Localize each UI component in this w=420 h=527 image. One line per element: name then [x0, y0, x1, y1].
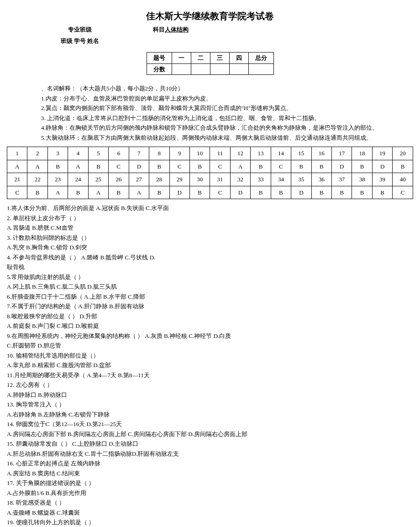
q12a: A.肺静脉口 B.肺动脉口: [7, 390, 413, 400]
cell: 31: [210, 173, 230, 186]
cell: 5: [88, 147, 108, 160]
cell: B: [311, 160, 331, 173]
cell: 25: [88, 173, 108, 186]
cell: C: [210, 186, 230, 199]
cell: B: [251, 186, 271, 199]
def-4: 4.静脉角：在胸锁关节的后方同侧的颈内静脉和锁骨下静脉汇合成头臂静脉，汇合处的夹…: [41, 123, 404, 132]
cell: B: [372, 186, 392, 199]
q18a: A.壶腹嵴 B.螺旋器 C.球囊斑: [7, 508, 413, 517]
cell: 20: [393, 147, 413, 160]
cell: B: [27, 186, 47, 199]
cell: 30: [189, 173, 210, 186]
cell: 9: [169, 147, 189, 160]
cell: [248, 63, 273, 75]
cell: B: [251, 160, 271, 173]
cell: 23: [47, 173, 68, 186]
q16: 16. 心脏正常的起搏点是 左颈内静脉: [7, 459, 413, 468]
cell: C: [169, 160, 189, 173]
document-title: 佳木斯大学继续教育学院考试卷: [7, 9, 413, 23]
cell: 8: [149, 147, 169, 160]
cell: 18: [352, 147, 372, 160]
cell: A: [230, 160, 250, 173]
cell: 17: [332, 147, 352, 160]
cell: D: [332, 160, 352, 173]
cell: 3: [47, 147, 68, 160]
q10a: A.睾丸部 B.精索部 C.腹股沟管部 D.盆部: [7, 361, 413, 370]
cell: D: [169, 186, 189, 199]
cell: B: [47, 160, 68, 173]
cell: 总分: [248, 53, 273, 64]
score-table: 题号 一 二 三 四 总分 分数: [147, 52, 274, 75]
cell: 16: [311, 147, 331, 160]
subject-value: 人体结构: [165, 26, 189, 33]
def-1: 1.内皮：分布于心、血管及淋巴管腔面的单层扁平上皮称为内皮。: [41, 94, 404, 103]
cell: B: [352, 186, 372, 199]
cell: 28: [149, 173, 169, 186]
cell: 36: [311, 173, 331, 186]
cell: B: [352, 160, 372, 173]
cell: 32: [230, 173, 250, 186]
q12: 12. 左心房有（ ）: [7, 380, 413, 390]
cell: C: [210, 160, 230, 173]
q5a: A.冈上肌 B.三角肌 C.肱二头肌 D.肱三头肌: [7, 282, 413, 291]
cell: 12: [230, 147, 250, 160]
cell: 26: [109, 173, 129, 186]
cell: 三: [210, 53, 229, 64]
cell: 34: [271, 173, 291, 186]
def-intro: 、名词解释：（本大题共5小题，每小题2分，共10分）: [41, 84, 404, 93]
cell: C: [7, 186, 27, 199]
def-2: 2.翼点：颞窝内侧面的前下部有额骨、顶骨、颞骨和蝶骨大翼四骨汇合而成的"H"形缝…: [41, 104, 404, 113]
subject-label: 科目: [153, 26, 165, 33]
q9b: C.肝圆韧带 D.胆总管: [7, 341, 413, 350]
cell: 14: [271, 147, 291, 160]
major-label: 专业班级: [7, 25, 153, 34]
q3a: A.乳突 B.胸骨角 C.锁骨 D.剑突: [7, 243, 413, 252]
class-line: 班级 学号 姓名: [7, 37, 153, 46]
cell: A: [68, 160, 88, 173]
q2a: A.胃肠道 B.膀胱 C.M血管: [7, 223, 413, 232]
q2: 2. 单层柱状上皮分布于（ ）: [7, 214, 413, 223]
cell: B: [88, 160, 108, 173]
def-5: 5.大脑动脉环：在脑底下方由两侧大脑前动脉起始段、两侧颈内动脉末端、两侧大脑后动…: [41, 133, 404, 142]
q1: 1.将人体分为前、后两部分的面是 A.冠状面 B.失状面 C.水平面: [7, 204, 413, 213]
q17a: A.占外膜前1/6 B.具有折光作用: [7, 489, 413, 498]
q13a: A.右静脉角 B.左静脉角 C.右锁骨下静脉: [7, 410, 413, 419]
cell: B: [149, 186, 169, 199]
cell: [191, 63, 210, 75]
q7: 7.不属于肝门的结构的是（ A.肝门静脉 B.肝固有动脉: [7, 302, 413, 311]
answer-row-3: 2122232425262728293031323334353637383940: [7, 173, 413, 186]
subject-line: 科目人体结构: [153, 25, 189, 34]
q15: 15. 胆囊动脉常发自（ ） C.上腔静脉口 D.主动脉口: [7, 439, 413, 448]
q8a: A.前庭裂 B.声门裂 C.喉口 D.喉前庭: [7, 321, 413, 331]
q5: 5.常用做肌肉注射的肌是（ ）: [7, 273, 413, 282]
cell: [210, 63, 229, 75]
q6: 6.肝胰壶腹开口于十二指肠（ A.上部 B.水平部 C.降部: [7, 292, 413, 301]
cell: 7: [129, 147, 149, 160]
cell: 13: [251, 147, 271, 160]
cell: A: [47, 186, 68, 199]
cell: 4: [68, 147, 88, 160]
q18: 18. 听觉感受器是（ ）: [7, 498, 413, 507]
q10: 10. 输精管结扎常选用的部位是（）: [7, 351, 413, 360]
cell: 二: [191, 53, 210, 64]
q14a: A.房间隔左心房面下部 B.房间隔左心房面上部 C.房间隔右心房面下部 D.房间…: [7, 430, 413, 439]
q14: 14. 卵圆窝位于C（第12—16天 D.第21—25天: [7, 420, 413, 429]
score-value-row: 分数: [147, 63, 273, 75]
cell: 10: [189, 147, 210, 160]
cell: 一: [172, 53, 191, 64]
q3: 3. 计数肋和肋间隙的标志是（）: [7, 233, 413, 242]
cell: 1: [7, 147, 27, 160]
definitions-section: 、名词解释：（本大题共5小题，每小题2分，共10分） 1.内皮：分布于心、血管及…: [41, 84, 404, 142]
cell: C: [271, 160, 291, 173]
cell: B: [149, 160, 169, 173]
cell: B: [311, 186, 331, 199]
cell: 11: [210, 147, 230, 160]
answer-row-1: 1234567891011121314151617181920: [7, 147, 413, 160]
cell: D: [372, 160, 392, 173]
cell: B: [393, 160, 413, 173]
cell: 19: [372, 147, 392, 160]
header-row-1: 专业班级 科目人体结构: [7, 25, 413, 34]
cell: D: [291, 186, 311, 199]
cell: A: [88, 186, 108, 199]
q4: 4. 不参与骨盆界线的是（ ） A.骼嵴 B.骶骨岬 C.弓状线 D.: [7, 253, 413, 262]
